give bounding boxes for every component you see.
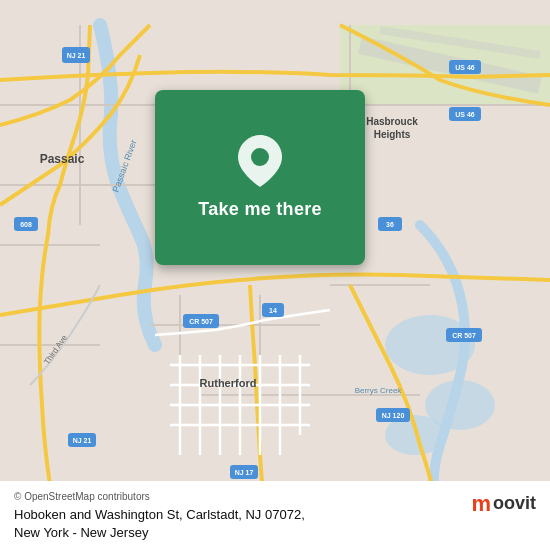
address-text: Hoboken and Washington St, Carlstadt, NJ… (14, 506, 461, 542)
svg-text:Heights: Heights (374, 129, 411, 140)
svg-text:36: 36 (386, 221, 394, 228)
take-me-there-button[interactable]: Take me there (198, 199, 322, 220)
svg-text:NJ 17: NJ 17 (235, 469, 254, 476)
svg-text:NJ 21: NJ 21 (67, 52, 86, 59)
svg-text:NJ 21: NJ 21 (73, 437, 92, 444)
address-line2: New York - New Jersey (14, 525, 148, 540)
action-card: Take me there (155, 90, 365, 265)
svg-text:CR 507: CR 507 (452, 332, 476, 339)
moovit-wordmark: oovit (493, 493, 536, 514)
moovit-logo: m oovit (471, 491, 536, 517)
svg-text:608: 608 (20, 221, 32, 228)
svg-text:CR 507: CR 507 (189, 318, 213, 325)
map-container: Third Ave NJ 21 US 46 US 46 608 36 14 CR… (0, 0, 550, 550)
svg-text:NJ 120: NJ 120 (382, 412, 405, 419)
svg-text:Berrys Creek: Berrys Creek (355, 386, 403, 395)
osm-attribution: © OpenStreetMap contributors (14, 491, 461, 502)
location-pin-icon (238, 135, 282, 187)
bottom-bar: © OpenStreetMap contributors Hoboken and… (0, 481, 550, 550)
svg-text:Hasbrouck: Hasbrouck (366, 116, 418, 127)
svg-text:US 46: US 46 (455, 64, 475, 71)
svg-point-1 (385, 315, 475, 375)
address-block: © OpenStreetMap contributors Hoboken and… (14, 491, 461, 542)
svg-text:14: 14 (269, 307, 277, 314)
svg-text:US 46: US 46 (455, 111, 475, 118)
svg-text:Passaic: Passaic (40, 152, 85, 166)
moovit-m-icon: m (471, 491, 491, 517)
svg-point-58 (251, 148, 269, 166)
address-line1: Hoboken and Washington St, Carlstadt, NJ… (14, 507, 305, 522)
svg-text:Rutherford: Rutherford (200, 377, 257, 389)
